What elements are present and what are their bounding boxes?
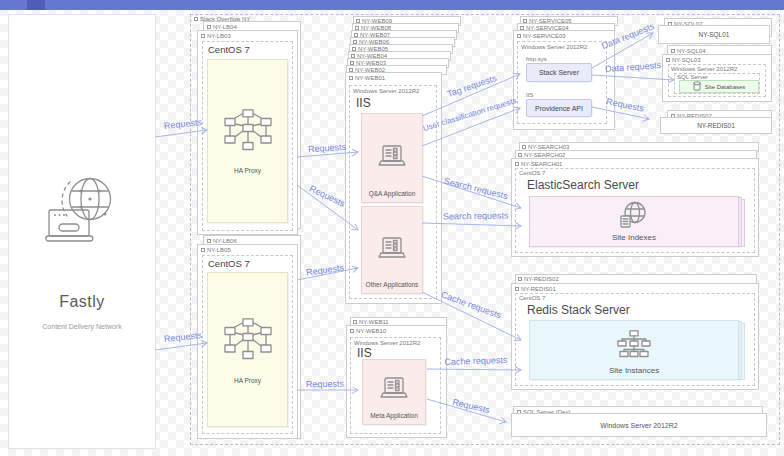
database-icon — [693, 81, 701, 92]
elasticsearch-title: ElasticSearch Server — [527, 178, 639, 192]
server-icon — [350, 329, 354, 333]
server-icon — [349, 76, 353, 80]
network-icon — [224, 108, 272, 158]
container-label: Stack Overflow NY — [194, 16, 250, 22]
server-icon — [207, 25, 211, 29]
os-label: Windows Server 2012R2 — [671, 66, 737, 72]
other-applications-box[interactable]: Other Applications — [361, 206, 423, 294]
meta-application-label: Meta Application — [363, 412, 425, 419]
iis-title: IIS — [356, 96, 371, 110]
server-icon — [353, 320, 357, 324]
os-label: Windows Server 2012R2 — [353, 88, 419, 94]
laptop-icon — [379, 376, 409, 406]
qa-application-label: Q&A Application — [362, 190, 422, 197]
providence-api-box[interactable]: Providence API — [526, 99, 592, 117]
server-icon — [201, 248, 205, 252]
redis-title: Redis Stack Server — [527, 303, 630, 317]
redis01-ml-label: NY-REDIS01 — [697, 122, 735, 129]
os-label: CentOS 7 — [519, 170, 545, 176]
laptop-icon — [377, 236, 407, 266]
globe-icon — [619, 201, 649, 233]
iis-title: IIS — [357, 346, 372, 360]
network-icon — [224, 317, 272, 367]
site-indexes-box[interactable]: Site Indexes — [529, 196, 739, 247]
group-ny-sql01[interactable]: NY-SQL01 — [658, 25, 770, 44]
edge-label: Requests — [298, 380, 352, 390]
site-databases-label: Site Databases — [705, 84, 746, 90]
os-label: CentOS 7 — [208, 258, 250, 269]
os-label: CentOS 7 — [208, 44, 250, 55]
edge-label: Search requests — [443, 211, 503, 221]
server-icon — [201, 34, 205, 38]
server-icon — [518, 153, 522, 157]
runtime-label-httpsys: http.sys — [526, 56, 547, 62]
server-icon — [518, 277, 522, 281]
server-icon — [515, 287, 519, 291]
qa-application-box[interactable]: Q&A Application — [361, 113, 423, 203]
top-bar — [0, 0, 784, 10]
server-icon — [207, 239, 211, 243]
sql-dev-os-label: Windows Server 2012R2 — [600, 422, 677, 429]
server-icon — [522, 145, 526, 149]
server-icon — [666, 58, 670, 62]
site-databases-box[interactable]: Site Databases — [679, 80, 759, 93]
server-icon — [517, 34, 521, 38]
sql01-label: NY-SQL01 — [699, 31, 730, 38]
providence-api-label: Providence API — [535, 105, 583, 112]
server-icon — [194, 17, 198, 21]
laptop-icon — [377, 144, 407, 174]
globe-laptop-icon — [45, 173, 121, 247]
os-label: CentOS 7 — [519, 295, 545, 301]
site-instances-label: Site Instances — [530, 366, 738, 375]
runtime-label-iis: IIS — [526, 92, 533, 98]
stack-server-box[interactable]: Stack Server — [526, 63, 592, 82]
fastly-subtitle: Content Delivery Network — [9, 323, 155, 330]
fastly-title: Fastly — [9, 293, 155, 311]
sql-dev-os-box[interactable]: Windows Server 2012R2 — [511, 413, 767, 437]
diagram-canvas: Fastly Content Delivery Network Stack Ov… — [0, 0, 784, 456]
os-label: Windows Server 2012R2 — [521, 44, 587, 50]
server-icon — [515, 162, 519, 166]
haproxy-top-box[interactable]: HA Proxy — [207, 59, 288, 223]
meta-application-box[interactable]: Meta Application — [362, 359, 426, 425]
sitemap-icon — [614, 329, 654, 365]
site-indexes-label: Site Indexes — [530, 233, 738, 242]
haproxy-label: HA Proxy — [208, 377, 287, 384]
site-instances-box[interactable]: Site Instances — [529, 320, 739, 380]
other-applications-label: Other Applications — [362, 281, 422, 288]
haproxy-label: HA Proxy — [208, 167, 287, 174]
stack-server-label: Stack Server — [539, 69, 579, 76]
tab-chip[interactable] — [27, 0, 45, 10]
group-ny-redis01-ml[interactable]: NY-REDIS01 — [660, 117, 772, 134]
server-icon — [671, 49, 675, 53]
haproxy-bottom-box[interactable]: HA Proxy — [207, 272, 288, 427]
fastly-node[interactable]: Fastly Content Delivery Network — [8, 14, 156, 449]
